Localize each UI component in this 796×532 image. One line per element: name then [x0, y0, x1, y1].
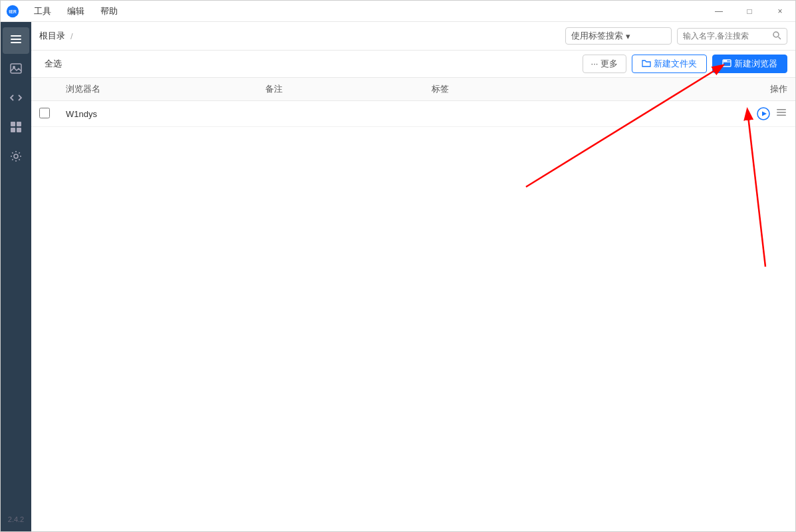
toolbar: 根目录 / 使用标签搜索 ▾	[31, 22, 795, 51]
table-area: 浏览器名 备注 标签 操作 W1ndys	[31, 78, 795, 531]
close-button[interactable]: ×	[765, 1, 795, 22]
sidebar-item-settings[interactable]	[3, 144, 29, 171]
svg-text:tER: tER	[9, 9, 17, 14]
tag-search-dropdown[interactable]: 使用标签搜索 ▾	[565, 27, 672, 45]
app-logo: tER	[6, 5, 19, 18]
svg-rect-9	[11, 128, 15, 132]
svg-rect-21	[777, 112, 786, 113]
menu-tools[interactable]: 工具	[27, 3, 58, 20]
select-all-button[interactable]: 全选	[39, 56, 67, 72]
sidebar-item-grid[interactable]	[3, 115, 29, 142]
table-row: W1ndys	[31, 101, 795, 127]
content-area: 根目录 / 使用标签搜索 ▾	[31, 22, 795, 531]
search-icon	[772, 31, 781, 42]
th-tag: 标签	[424, 78, 590, 101]
breadcrumb-root: 根目录	[39, 30, 65, 42]
more-button[interactable]: ··· 更多	[583, 55, 626, 73]
grid-icon	[9, 120, 23, 137]
list-icon	[9, 33, 23, 49]
titlebar: tER 工具 编辑 帮助 — □ ×	[1, 1, 795, 22]
sidebar-item-image[interactable]	[3, 57, 29, 83]
svg-rect-4	[11, 42, 21, 43]
row-menu-button[interactable]	[775, 106, 787, 121]
svg-point-12	[773, 32, 779, 37]
new-browser-button[interactable]: 新建浏览器	[712, 55, 787, 73]
browser-icon	[722, 59, 731, 70]
svg-rect-8	[17, 122, 21, 126]
browser-table: 浏览器名 备注 标签 操作 W1ndys	[31, 78, 795, 127]
svg-point-17	[726, 60, 727, 61]
new-folder-button[interactable]: 新建文件夹	[632, 55, 707, 73]
svg-point-16	[724, 60, 726, 61]
menu-bar: 工具 编辑 帮助	[27, 3, 124, 20]
row-actions-cell	[590, 101, 795, 127]
action-bar: 全选 ··· 更多 新建文件夹	[31, 51, 795, 78]
row-checkbox[interactable]	[39, 108, 50, 118]
th-note: 备注	[257, 78, 424, 101]
svg-rect-10	[17, 128, 21, 132]
name-search-input[interactable]	[683, 31, 769, 41]
sidebar-item-code[interactable]	[3, 86, 29, 112]
breadcrumb-separator: /	[70, 31, 73, 41]
code-icon	[9, 91, 23, 108]
svg-rect-3	[11, 39, 21, 40]
row-tag	[424, 101, 590, 127]
minimize-button[interactable]: —	[704, 1, 734, 22]
th-checkbox	[31, 78, 58, 101]
svg-rect-5	[11, 64, 21, 73]
new-folder-label: 新建文件夹	[654, 58, 697, 70]
th-action: 操作	[590, 78, 795, 101]
tag-dropdown-arrow-icon: ▾	[626, 31, 630, 41]
svg-marker-19	[762, 112, 767, 116]
svg-point-11	[14, 154, 18, 158]
menu-edit[interactable]: 编辑	[61, 3, 91, 20]
play-button[interactable]	[757, 107, 770, 120]
folder-icon	[642, 59, 651, 70]
new-browser-label: 新建浏览器	[734, 58, 777, 70]
sidebar: 2.4.2	[1, 22, 31, 531]
svg-rect-20	[777, 109, 786, 110]
version-label: 2.4.2	[8, 513, 24, 526]
maximize-button[interactable]: □	[734, 1, 765, 22]
tag-search-label: 使用标签搜索	[571, 30, 623, 42]
svg-line-13	[779, 37, 781, 39]
row-browser-name: W1ndys	[58, 101, 257, 127]
svg-rect-2	[11, 35, 21, 37]
sidebar-item-list[interactable]	[3, 27, 29, 54]
menu-help[interactable]: 帮助	[94, 3, 124, 20]
row-note	[257, 101, 424, 127]
th-browser-name: 浏览器名	[58, 78, 257, 101]
image-icon	[9, 62, 23, 78]
svg-rect-22	[777, 115, 786, 116]
settings-icon	[9, 150, 23, 166]
name-search-box[interactable]	[677, 28, 787, 45]
svg-rect-7	[11, 122, 15, 126]
row-checkbox-cell[interactable]	[31, 101, 58, 127]
table-header-row: 浏览器名 备注 标签 操作	[31, 78, 795, 101]
